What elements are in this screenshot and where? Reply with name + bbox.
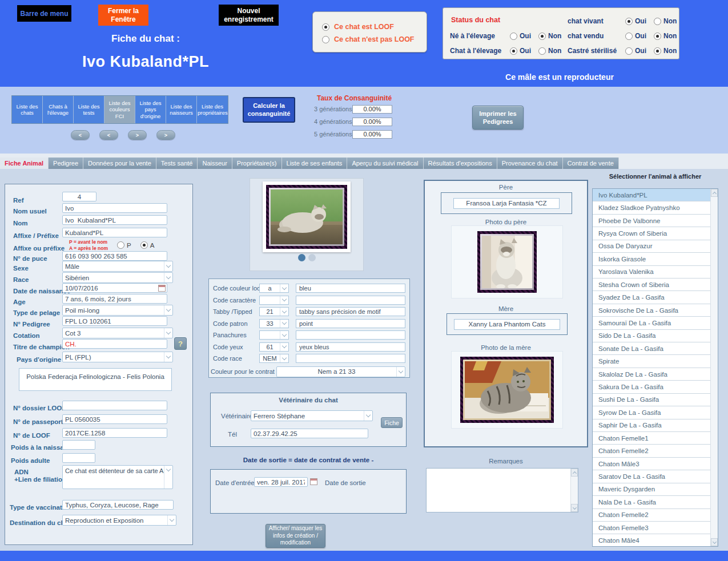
destination-select[interactable]: Reproduction et Exposition (62, 515, 176, 526)
animal-list-item[interactable]: Chaton Femelle3 (593, 522, 710, 534)
champion-help-button[interactable]: ? (174, 337, 187, 350)
animal-list-item[interactable]: Saphir De La - Gasifa (593, 419, 710, 432)
pays-select[interactable]: PL (FPL) (62, 352, 173, 362)
code-select[interactable]: NEM (259, 354, 289, 363)
code-description-field[interactable] (296, 296, 405, 305)
calendar-icon[interactable] (310, 478, 317, 485)
code-description-field[interactable]: tabby sans précision de motif (296, 307, 405, 316)
animal-list-item[interactable]: Sonate De La - Gasifa (593, 342, 710, 355)
affixe-option[interactable]: A (140, 241, 155, 249)
animal-list-item[interactable]: Ivo Kubaland*PL (593, 189, 710, 201)
animal-list-item[interactable]: Chaton Mâle3 (593, 458, 710, 470)
animal-list-item[interactable]: Sushi De La - Gasifa (593, 394, 710, 406)
age-input[interactable] (62, 294, 167, 304)
vet-select[interactable]: Ferrero Stéphane (251, 410, 373, 421)
radio-icon[interactable] (140, 241, 148, 249)
tab[interactable]: Propriétaire(s) (232, 158, 282, 169)
animal-list-item[interactable]: Chaton Femelle2 (593, 445, 710, 457)
animal-list-item[interactable]: Skalolaz De La - Gasifa (593, 368, 710, 381)
poids-naissance-input[interactable] (62, 440, 95, 450)
tab[interactable]: Aperçu du suivi médical (347, 158, 423, 169)
animal-list-item[interactable]: Sokrovische De La - Gasifa (593, 304, 710, 317)
code-select[interactable]: a (259, 284, 289, 293)
photo-dot-active[interactable] (298, 254, 305, 261)
animal-list-item[interactable]: Sakura De La - Gasifa (593, 381, 710, 393)
scroll-down-icon[interactable] (711, 538, 718, 546)
affixe-input[interactable] (62, 228, 167, 237)
radio-oui[interactable] (510, 33, 517, 40)
radio-icon[interactable] (117, 241, 124, 249)
pelage-select[interactable]: Poil mi-long (62, 305, 173, 316)
radio-non[interactable] (538, 33, 546, 40)
list-button[interactable]: Liste des naisseurs (166, 96, 197, 123)
passeport-input[interactable] (62, 414, 167, 424)
naissance-input[interactable] (62, 283, 167, 293)
vet-fiche-button[interactable]: Fiche (381, 417, 403, 428)
pedigree-input[interactable] (62, 316, 167, 326)
record-nav-button[interactable]: < (71, 130, 90, 140)
tab[interactable]: Pedigree (49, 158, 83, 169)
contract-color-select[interactable]: Nem a 21 33 (276, 366, 405, 377)
code-description-field[interactable]: yeux bleus (296, 342, 405, 352)
dossier-loof-input[interactable] (62, 401, 167, 410)
code-description-field[interactable] (296, 354, 405, 363)
scroll-track[interactable] (711, 197, 718, 538)
tab[interactable]: Liste de ses enfants (282, 158, 348, 169)
radio-non[interactable] (538, 47, 546, 55)
nom-usuel-input[interactable] (62, 203, 167, 213)
list-button[interactable]: Liste des pays d'origine (135, 96, 166, 123)
new-record-button[interactable]: Nouvel enregistrement (219, 5, 279, 26)
loof-option[interactable]: Ce chat est LOOF (322, 21, 415, 33)
radio-oui[interactable] (625, 18, 633, 25)
code-select[interactable]: 33 (259, 319, 289, 328)
scroll-up-icon[interactable] (571, 469, 578, 477)
code-description-field[interactable]: bleu (296, 284, 405, 293)
animal-list-item[interactable]: Phoebe De Valbonne (593, 215, 710, 227)
radio-oui[interactable] (510, 47, 517, 55)
scroll-down-icon[interactable] (571, 504, 578, 512)
mere-name-field[interactable]: Xanny Lara Phantom Cats (454, 319, 560, 330)
animal-list-item[interactable]: Chaton Mâle4 (593, 534, 710, 546)
poids-adulte-input[interactable] (62, 453, 95, 463)
puce-input[interactable] (62, 251, 167, 261)
animal-list-item[interactable]: Chaton Femelle1 (593, 432, 710, 445)
list-button[interactable]: Liste des chats (12, 96, 43, 123)
photo-dot[interactable] (308, 254, 316, 261)
radio-non[interactable] (654, 33, 661, 40)
animal-list-item[interactable]: Sido De La - Gasifa (593, 330, 710, 342)
list-button[interactable]: Liste des propriétaires (197, 96, 228, 123)
print-pedigrees-button[interactable]: Imprimer les Pedigrees (472, 106, 524, 130)
radio-non[interactable] (654, 47, 661, 55)
menu-bar-button[interactable]: Barre de menu (17, 5, 71, 22)
animal-list-item[interactable]: Samouraï De La - Gasifa (593, 317, 710, 329)
tab[interactable]: Données pour la vente (83, 158, 156, 169)
animal-list-item[interactable]: Saratov De La - Gasifa (593, 470, 710, 483)
list-button[interactable]: Chats à l'élevage (43, 96, 74, 123)
code-description-field[interactable] (296, 330, 405, 340)
close-window-button[interactable]: Fermer la Fenêtre (98, 5, 148, 26)
nom-input[interactable] (62, 215, 167, 225)
adn-select[interactable]: Ce chat est détenteur de sa carte ADN (62, 465, 173, 489)
loof-option[interactable]: Ce chat n'est pas LOOF (322, 33, 415, 46)
affixe-option[interactable]: P (117, 241, 131, 249)
code-select[interactable] (259, 330, 289, 340)
tab[interactable]: Provenance du chat (497, 158, 563, 169)
list-button[interactable]: Liste des couleurs FCI (104, 96, 135, 123)
radio-oui[interactable] (625, 47, 633, 55)
toggle-creation-info-button[interactable]: Afficher/ masquer les infos de création … (266, 524, 325, 548)
sexe-select[interactable]: Mâle (62, 261, 173, 272)
radio-non[interactable] (654, 18, 661, 25)
tab[interactable]: Naisseur (198, 158, 232, 169)
tab[interactable]: Tests santé (156, 158, 198, 169)
code-select[interactable]: 61 (259, 342, 289, 352)
entry-date-input[interactable] (254, 477, 308, 487)
vaccination-input[interactable] (62, 500, 174, 510)
animal-list-item[interactable]: Maveric Dysgarden (593, 483, 710, 496)
radio-icon[interactable] (322, 36, 329, 43)
cotation-select[interactable]: Cot 3 (62, 328, 173, 338)
record-nav-button[interactable]: > (156, 130, 175, 140)
animal-list-item[interactable]: Spirate (593, 355, 710, 368)
animal-list-item[interactable]: Iskorka Girasole (593, 253, 710, 265)
remarks-textarea[interactable] (426, 468, 578, 512)
list-button[interactable]: Liste des tests (74, 96, 104, 123)
